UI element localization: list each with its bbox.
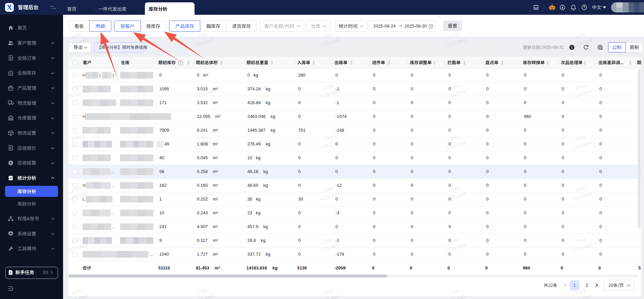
svg-text:$: $: [10, 161, 12, 165]
